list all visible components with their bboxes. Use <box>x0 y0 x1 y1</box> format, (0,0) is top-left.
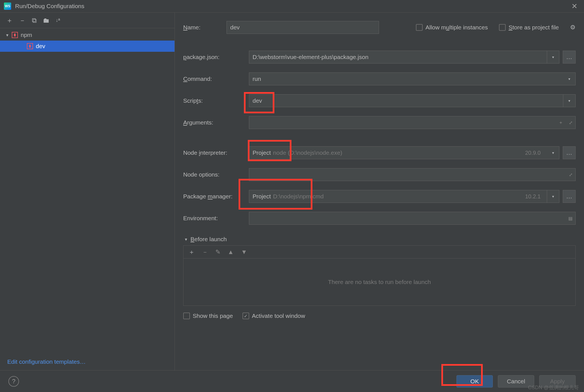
window-title: Run/Debug Configurations <box>15 3 569 10</box>
name-label: Name: <box>183 24 215 31</box>
checkbox-label: Activate tool window <box>252 313 305 319</box>
allow-multiple-checkbox[interactable]: Allow multiple instances <box>416 24 488 31</box>
field-prefix: Project <box>253 193 271 200</box>
checkbox-icon <box>499 24 506 31</box>
field-value: run <box>253 76 261 82</box>
browse-button[interactable]: … <box>563 190 576 203</box>
environment-label: Environment: <box>183 215 249 222</box>
activate-tool-window-checkbox[interactable]: Activate tool window <box>242 313 305 319</box>
titlebar: WS Run/Debug Configurations ✕ <box>0 0 584 12</box>
chevron-down-icon[interactable]: ▾ <box>547 190 559 203</box>
node-options-input[interactable]: ⤢ <box>249 168 576 181</box>
show-this-page-checkbox[interactable]: Show this page <box>183 313 233 319</box>
add-icon[interactable]: ＋ <box>189 248 195 256</box>
remove-icon[interactable]: － <box>19 16 26 25</box>
tree-label: npm <box>21 32 32 38</box>
config-tree: ▾ npm dev <box>0 28 175 353</box>
section-label: Before launch <box>190 236 227 243</box>
command-select[interactable]: run ▾ <box>249 72 576 85</box>
chevron-down-icon[interactable]: ▾ <box>563 72 575 85</box>
tasks-empty: There are no tasks to run before launch <box>183 258 576 306</box>
remove-icon[interactable]: － <box>202 248 208 256</box>
npm-icon <box>12 32 18 38</box>
scripts-field[interactable]: dev ▾ <box>249 94 576 107</box>
field-hint: node (D:\nodejs\node.exe) <box>273 149 342 156</box>
chevron-down-icon: ▾ <box>6 32 12 38</box>
npm-icon <box>27 43 33 49</box>
command-label: Command: <box>183 76 249 82</box>
chevron-down-icon[interactable]: ▾ <box>547 51 559 64</box>
edit-icon[interactable]: ✎ <box>215 248 220 256</box>
package-manager-field[interactable]: Project D:\nodejs\npm.cmd 10.2.1 ▾ <box>249 190 559 203</box>
scripts-label: Scripts: <box>183 97 249 104</box>
field-hint: D:\nodejs\npm.cmd <box>273 193 324 200</box>
field-value: D:\webstorm\vue-element-plus\package.jso… <box>253 54 368 60</box>
add-icon[interactable]: ＋ <box>6 16 13 25</box>
chevron-down-icon[interactable]: ▾ <box>547 146 559 159</box>
save-template-icon[interactable]: 🖿 <box>43 17 50 24</box>
copy-icon[interactable]: ⧉ <box>32 17 37 24</box>
before-launch-header[interactable]: ▾ Before launch <box>185 236 576 243</box>
dialog-footer: ? OK Cancel Apply <box>0 370 584 392</box>
webstorm-icon: WS <box>4 3 11 10</box>
package-manager-label: Package manager: <box>183 193 249 200</box>
name-input[interactable]: dev <box>227 21 379 34</box>
main-panel: Name: dev Allow multiple instances Store… <box>175 13 584 371</box>
checkbox-icon <box>242 313 249 319</box>
expand-icon[interactable]: ⤢ <box>569 172 573 177</box>
chevron-down-icon: ▾ <box>185 237 187 242</box>
move-up-icon[interactable]: ▲ <box>228 248 234 256</box>
move-down-icon[interactable]: ▼ <box>241 248 247 256</box>
version-text: 20.9.0 <box>525 150 541 156</box>
version-text: 10.2.1 <box>525 193 541 200</box>
ok-button[interactable]: OK <box>456 375 493 388</box>
sidebar: ＋ － ⧉ 🖿 ↓ª ▾ npm dev Edit configuration … <box>0 13 175 371</box>
node-options-label: Node options: <box>183 171 249 178</box>
field-value: dev <box>253 97 262 104</box>
add-icon[interactable]: ＋ <box>559 120 563 126</box>
field-prefix: Project <box>253 149 271 156</box>
help-button[interactable]: ? <box>8 376 19 387</box>
checkbox-icon <box>416 24 423 31</box>
package-json-label: package.json: <box>183 54 249 60</box>
checkbox-label: Allow multiple instances <box>425 24 488 31</box>
browse-button[interactable]: … <box>563 146 576 159</box>
edit-templates-link[interactable]: Edit configuration templates… <box>7 358 86 365</box>
browse-button[interactable]: … <box>563 51 576 64</box>
node-interpreter-field[interactable]: Project node (D:\nodejs\node.exe) 20.9.0… <box>249 146 559 159</box>
sidebar-toolbar: ＋ － ⧉ 🖿 ↓ª <box>0 13 175 28</box>
chevron-down-icon[interactable]: ▾ <box>563 94 575 107</box>
gear-icon[interactable]: ⚙ <box>570 24 576 31</box>
arguments-input[interactable]: ＋ ⤢ <box>249 116 576 129</box>
close-icon[interactable]: ✕ <box>569 2 580 11</box>
node-interpreter-label: Node interpreter: <box>183 149 249 156</box>
environment-input[interactable]: ▤ <box>249 212 576 225</box>
arguments-label: Arguments: <box>183 119 249 126</box>
expand-icon[interactable]: ⤢ <box>569 120 573 125</box>
sidebar-footer: Edit configuration templates… <box>0 353 175 371</box>
sort-icon[interactable]: ↓ª <box>56 17 60 23</box>
package-json-field[interactable]: D:\webstorm\vue-element-plus\package.jso… <box>249 51 559 64</box>
list-icon[interactable]: ▤ <box>568 216 573 221</box>
checkbox-label: Show this page <box>193 313 233 319</box>
before-launch-toolbar: ＋ － ✎ ▲ ▼ <box>183 245 576 258</box>
tree-label: dev <box>36 43 45 50</box>
tree-node-dev[interactable]: dev <box>0 41 175 52</box>
store-project-checkbox[interactable]: Store as project file <box>499 24 559 31</box>
checkbox-icon <box>183 313 190 319</box>
watermark: CSDN @低调的根儿哥 <box>528 384 579 391</box>
checkbox-label: Store as project file <box>508 24 559 31</box>
tree-node-npm[interactable]: ▾ npm <box>0 29 175 41</box>
